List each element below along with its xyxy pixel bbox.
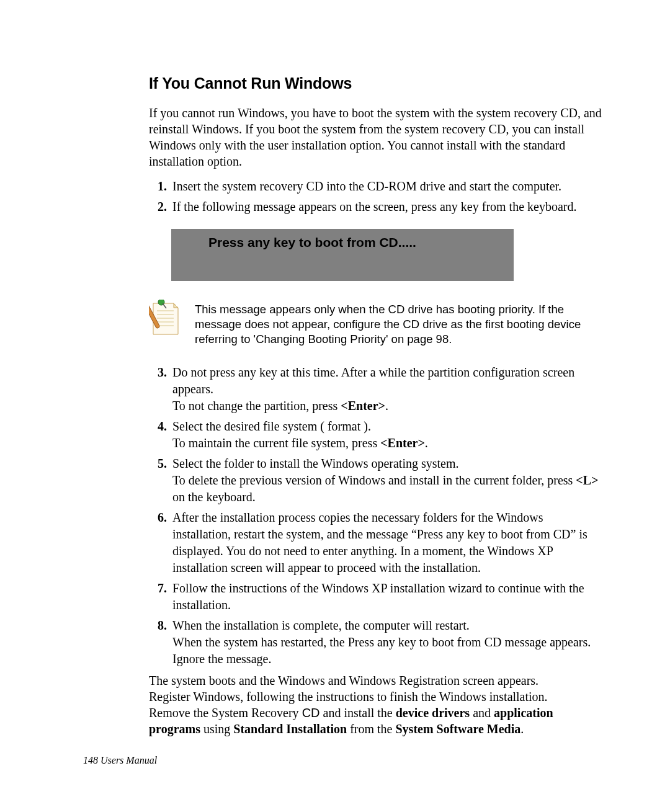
step-4b-post: . [425,436,428,450]
closing-3-mid2: using [200,722,233,736]
closing-cd: CD [302,706,320,720]
note-block: This message appears only when the CD dr… [149,300,602,347]
page-footer: 148 Users Manual [83,755,157,766]
closing-3-end: . [520,722,524,736]
step-3: Do not press any key at this time. After… [170,364,602,414]
step-5: Select the folder to install the Windows… [170,455,602,506]
step-7: Follow the instructions of the Windows X… [170,580,602,613]
bold-standard-installation: Standard Installation [233,722,347,736]
closing-paragraph: The system boots and the Windows and Win… [149,672,602,737]
closing-1: The system boots and the Windows and Win… [149,674,538,687]
bold-device-drivers: device drivers [396,706,470,720]
step-2-text: If the following message appears on the … [172,200,576,213]
boot-message-text: Press any key to boot from CD..... [171,235,514,250]
step-5b-post: on the keyboard. [172,490,256,504]
note-text: This message appears only when the CD dr… [195,302,602,347]
enter-key-2: <Enter> [380,436,425,450]
step-6: After the installation process copies th… [170,509,602,576]
closing-3-mid3: from the [347,722,395,736]
step-8b: When the system has restarted, the Press… [172,635,591,666]
step-4: Select the desired file system ( format … [170,418,602,452]
manual-page: If You Cannot Run Windows If you cannot … [0,0,670,812]
steps-list-continued: Do not press any key at this time. After… [149,364,602,667]
step-7-text: Follow the instructions of the Windows X… [172,581,584,612]
boot-message-box: Press any key to boot from CD..... [171,229,514,281]
step-3b-pre: To not change the partition, press [172,399,341,413]
step-8a: When the installation is complete, the c… [172,618,470,632]
step-4a: Select the desired file system ( format … [172,419,371,433]
enter-key: <Enter> [341,399,385,413]
step-8: When the installation is complete, the c… [170,617,602,667]
bold-system-software-media: System Software Media [395,722,520,736]
step-6-text: After the installation process copies th… [172,511,587,574]
intro-paragraph: If you cannot run Windows, you have to b… [149,105,602,169]
step-4b-pre: To maintain the current file system, pre… [172,436,380,450]
step-3a: Do not press any key at this time. After… [172,365,574,396]
closing-3-mid1: and install the [320,706,396,720]
note-icon [149,300,180,337]
step-1-text: Insert the system recovery CD into the C… [172,179,561,193]
step-5b-pre: To delete the previous version of Window… [172,473,576,487]
l-key: <L> [576,473,598,487]
closing-3-and: and [470,706,494,720]
section-title: If You Cannot Run Windows [149,74,602,92]
step-2: If the following message appears on the … [170,199,602,215]
closing-2: Register Windows, following the instruct… [149,690,548,703]
step-3b-post: . [385,399,388,413]
step-1: Insert the system recovery CD into the C… [170,178,602,195]
step-5a: Select the folder to install the Windows… [172,457,459,470]
steps-list: Insert the system recovery CD into the C… [149,178,602,215]
closing-3-pre: Remove the System Recovery [149,706,302,720]
